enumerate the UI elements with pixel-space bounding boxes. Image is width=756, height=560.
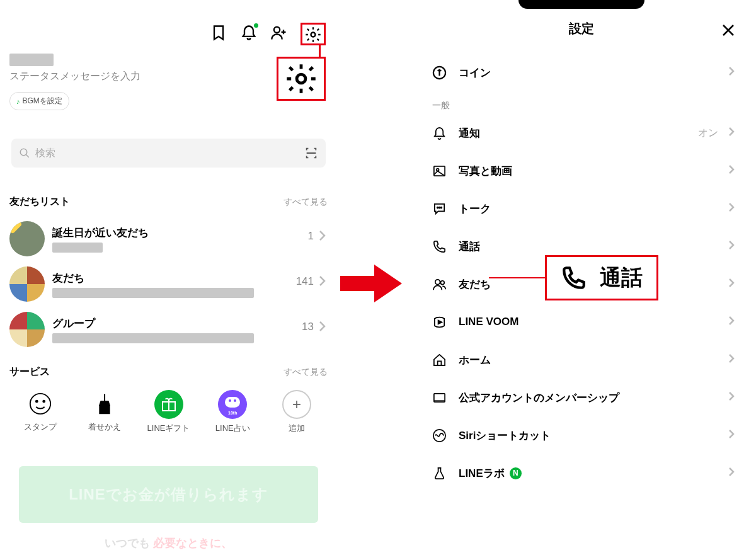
avatar xyxy=(9,312,45,347)
settings-item-label: LINEラボ xyxy=(459,466,505,481)
music-note-icon: ♪ xyxy=(16,98,20,105)
chevron-right-icon xyxy=(319,275,326,289)
service-add[interactable]: + 追加 xyxy=(268,390,325,434)
gear-icon xyxy=(285,62,318,95)
bell-icon xyxy=(431,125,447,141)
fortune-icon: 10th xyxy=(218,390,247,419)
chevron-right-icon xyxy=(728,353,735,366)
service-stamp[interactable]: スタンプ xyxy=(12,390,69,434)
settings-section-general: 一般 xyxy=(415,91,748,114)
list-item-sub-redacted xyxy=(52,243,103,253)
service-theme[interactable]: 着せかえ xyxy=(76,390,133,434)
svg-point-14 xyxy=(435,279,440,284)
plus-icon: + xyxy=(282,390,311,419)
annotation-connector xyxy=(319,44,321,58)
svg-point-1 xyxy=(311,33,316,37)
svg-point-0 xyxy=(274,27,280,33)
profile-name-redacted xyxy=(9,54,54,66)
svg-point-6 xyxy=(43,401,45,403)
bgm-set-button[interactable]: ♪ BGMを設定 xyxy=(9,92,69,110)
new-badge: N xyxy=(510,467,522,479)
chevron-right-icon xyxy=(728,66,735,79)
settings-item-label: トーク xyxy=(459,202,491,216)
chevron-right-icon xyxy=(319,321,326,334)
image-icon xyxy=(431,163,447,179)
settings-item-label: 通話 xyxy=(459,239,480,254)
list-item-count: 1 xyxy=(308,230,314,243)
call-label: 通話 xyxy=(600,263,643,292)
bookmark-icon[interactable] xyxy=(210,24,227,44)
settings-icon-highlighted[interactable] xyxy=(301,23,326,45)
settings-item-image[interactable]: 写真と動画 xyxy=(415,152,748,190)
service-label: LINE占い xyxy=(215,423,250,434)
see-all-services[interactable]: すべて見る xyxy=(284,367,328,378)
coin-icon xyxy=(431,64,447,81)
settings-title: 設定 xyxy=(415,20,748,37)
banner-subtext: いつでも 必要なときに、 xyxy=(6,535,331,551)
settings-item-card[interactable]: 公式アカウントのメンバーシップ xyxy=(415,379,748,416)
service-label: スタンプ xyxy=(24,421,57,433)
banner-text: LINEでお金が借りられます xyxy=(69,484,268,505)
list-item-count: 141 xyxy=(296,275,314,288)
chevron-right-icon xyxy=(728,429,735,442)
settings-item-coin[interactable]: コイン xyxy=(415,54,748,91)
svg-point-3 xyxy=(20,149,27,156)
settings-item-chat[interactable]: トーク xyxy=(415,190,748,227)
friend-list-item-birthday[interactable]: 誕生日が近い友だち 1 xyxy=(9,216,328,261)
annotation-arrow xyxy=(340,265,403,302)
service-gift[interactable]: LINEギフト xyxy=(140,390,197,434)
settings-item-label: 写真と動画 xyxy=(459,164,512,178)
friend-list-item-groups[interactable]: グループ 13 xyxy=(9,307,328,352)
settings-icon-enlarged xyxy=(277,57,326,101)
promo-banner[interactable]: LINEでお金が借りられます xyxy=(19,466,318,523)
status-message[interactable]: ステータスメッセージを入力 xyxy=(9,70,140,83)
brush-icon xyxy=(91,390,118,418)
list-item-title: 友だち xyxy=(52,271,328,285)
voom-icon xyxy=(431,314,447,330)
list-item-title: グループ xyxy=(52,316,328,331)
svg-point-13 xyxy=(440,207,442,208)
settings-item-value: オン xyxy=(698,127,718,140)
chevron-right-icon xyxy=(728,202,735,215)
card-icon xyxy=(431,389,447,406)
settings-item-label: 公式アカウントのメンバーシップ xyxy=(459,391,619,405)
chevron-right-icon xyxy=(728,391,735,404)
service-label: LINEギフト xyxy=(147,423,190,434)
service-label: 着せかえ xyxy=(88,421,121,433)
settings-item-label: 友だち xyxy=(459,277,491,292)
service-fortune[interactable]: 10th LINE占い xyxy=(204,390,261,434)
settings-item-label: ホーム xyxy=(459,353,491,367)
top-icon-row xyxy=(210,23,326,45)
settings-item-siri[interactable]: Siriショートカット xyxy=(415,416,748,454)
svg-point-4 xyxy=(30,394,50,414)
settings-item-voom[interactable]: LINE VOOM xyxy=(415,303,748,341)
list-item-count: 13 xyxy=(302,321,314,333)
add-friend-icon[interactable] xyxy=(270,24,288,44)
profile-section: ステータスメッセージを入力 ♪ BGMを設定 xyxy=(9,54,140,110)
avatar xyxy=(9,266,45,302)
notification-icon[interactable] xyxy=(240,24,258,44)
search-icon xyxy=(19,147,30,159)
scan-icon[interactable] xyxy=(304,146,318,160)
phone-icon xyxy=(431,238,447,254)
annotation-connector xyxy=(489,277,547,278)
settings-item-lab[interactable]: LINEラボN xyxy=(415,454,748,492)
close-button[interactable] xyxy=(721,23,736,40)
settings-item-bell[interactable]: 通知オン xyxy=(415,114,748,152)
list-item-sub-redacted xyxy=(52,288,254,298)
friend-list-heading: 友だちリスト xyxy=(9,195,328,209)
siri-icon xyxy=(431,427,447,443)
avatar xyxy=(9,221,45,256)
settings-item-label: LINE VOOM xyxy=(459,316,518,328)
search-placeholder: 検索 xyxy=(35,147,304,160)
chevron-right-icon xyxy=(728,278,735,290)
phone-icon xyxy=(561,265,587,291)
search-bar[interactable]: 検索 xyxy=(11,139,326,168)
settings-item-home[interactable]: ホーム xyxy=(415,341,748,379)
chevron-right-icon xyxy=(728,467,735,479)
chevron-right-icon xyxy=(728,316,735,328)
see-all-friends[interactable]: すべて見る xyxy=(284,197,328,208)
service-label: 追加 xyxy=(289,423,305,434)
friend-list-section: 友だちリスト すべて見る 誕生日が近い友だち 1 友だち 1 xyxy=(9,195,328,352)
friend-list-item-friends[interactable]: 友だち 141 xyxy=(9,261,328,307)
